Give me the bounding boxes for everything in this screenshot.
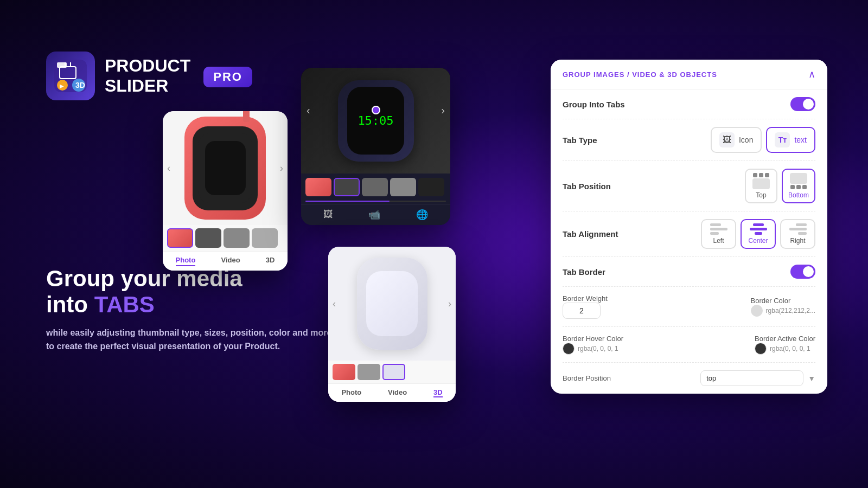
product-card-1: ‹ › Photo Video 3D: [163, 111, 288, 271]
group-into-tabs-toggle[interactable]: [790, 97, 815, 111]
align-center-icon: [750, 223, 767, 235]
border-color-preview[interactable]: rgba(212,212,2...: [751, 305, 815, 317]
tab-position-top-btn[interactable]: Top: [745, 169, 777, 203]
card2-icon-photo[interactable]: 🖼: [323, 209, 333, 221]
panel-header: GROUP IMAGES / VIDEO & 3D OBJECTS ∧: [551, 60, 827, 89]
tab-type-icon-img: 🖼: [719, 132, 735, 147]
border-hover-value: rgba(0, 0, 0, 1: [578, 345, 618, 352]
thumb-2[interactable]: [195, 228, 221, 248]
card2-thumbs: [301, 174, 450, 201]
hero-description: while easily adjusting thumbnail type, s…: [46, 326, 339, 354]
tab-align-center-btn[interactable]: Center: [741, 219, 776, 249]
svg-text:▶: ▶: [60, 83, 64, 89]
card1-thumbs: [163, 225, 288, 251]
card1-nav-left[interactable]: ‹: [167, 163, 170, 174]
tab-type-row: Tab Type 🖼 Icon Tт text: [563, 119, 815, 161]
tab-type-buttons: 🖼 Icon Tт text: [711, 127, 815, 153]
tab-video-3[interactable]: Video: [388, 388, 407, 397]
tab-border-row: Tab Border: [563, 257, 815, 287]
bottom-dots-icon: [790, 173, 807, 189]
tab-video-1[interactable]: Video: [221, 256, 240, 266]
tab-align-center-label: Center: [748, 237, 768, 245]
card1-nav-right[interactable]: ›: [280, 163, 283, 174]
card3-nav-left[interactable]: ‹: [333, 298, 336, 310]
border-hover-preview[interactable]: rgba(0, 0, 0, 1: [563, 343, 623, 355]
c3-thumb-2[interactable]: [358, 364, 380, 380]
tab-3d-3[interactable]: 3D: [433, 388, 443, 397]
c2-thumb-4[interactable]: [390, 178, 416, 196]
align-right-icon: [789, 223, 807, 235]
border-weight-input[interactable]: [563, 303, 601, 319]
hero-heading: Group your media into TABS: [46, 266, 339, 318]
card2-video: 15:05 ‹ ›: [301, 68, 450, 174]
border-color-group: Border Color rgba(212,212,2...: [751, 297, 815, 317]
border-active-value: rgba(0, 0, 0, 1: [770, 345, 810, 352]
border-active-label: Border Active Color: [755, 335, 815, 343]
c3-thumb-1[interactable]: [333, 364, 355, 380]
group-into-tabs-label: Group Into Tabs: [563, 100, 625, 109]
card3-tabs: Photo Video 3D: [328, 383, 456, 402]
border-position-input[interactable]: [700, 370, 803, 386]
app-logo-icon: 3D ▶: [46, 52, 95, 100]
tab-type-icon-label: Icon: [739, 136, 753, 144]
svg-text:3D: 3D: [75, 81, 85, 89]
border-hover-label: Border Hover Color: [563, 335, 623, 343]
tab-type-icon-btn[interactable]: 🖼 Icon: [711, 127, 762, 153]
c3-thumb-3[interactable]: [382, 364, 405, 380]
tab-position-top-label: Top: [756, 191, 766, 199]
thumb-3[interactable]: [224, 228, 250, 248]
tab-align-left-label: Left: [713, 237, 724, 245]
thumb-4[interactable]: [252, 228, 278, 248]
card3-nav-right[interactable]: ›: [448, 298, 451, 310]
tab-align-right-btn[interactable]: Right: [780, 219, 815, 249]
border-position-row: Border Position ▼: [563, 363, 815, 394]
tab-type-text-img: Tт: [775, 132, 790, 147]
card2-nav-right[interactable]: ›: [441, 104, 445, 117]
tab-position-buttons: Top Bottom: [745, 169, 815, 203]
c2-thumb-3[interactable]: [362, 178, 388, 196]
tab-type-text-btn[interactable]: Tт text: [766, 127, 815, 153]
card2-icon-video[interactable]: 📹: [368, 209, 380, 221]
panel-collapse-button[interactable]: ∧: [808, 68, 815, 80]
border-color-label: Border Color: [751, 297, 815, 305]
border-active-preview[interactable]: rgba(0, 0, 0, 1: [755, 343, 815, 355]
border-active-group: Border Active Color rgba(0, 0, 0, 1: [755, 335, 815, 355]
tab-align-right-label: Right: [790, 237, 805, 245]
border-color-dot: [751, 305, 763, 317]
tab-type-label: Tab Type: [563, 136, 597, 145]
tab-3d-1[interactable]: 3D: [266, 256, 275, 266]
tab-photo-3[interactable]: Photo: [341, 388, 361, 397]
app-name: PRODUCT SLIDER: [105, 56, 190, 96]
product-card-3: ‹ › Photo Video 3D: [328, 247, 456, 402]
c2-thumb-1[interactable]: [305, 178, 331, 196]
tab-position-bottom-btn[interactable]: Bottom: [782, 169, 815, 203]
tab-border-label: Tab Border: [563, 267, 605, 277]
svg-rect-4: [57, 62, 67, 68]
tab-position-bottom-label: Bottom: [788, 191, 809, 199]
c2-thumb-5[interactable]: [418, 178, 444, 196]
border-active-dot: [755, 343, 767, 355]
header: 3D ▶ PRODUCT SLIDER PRO: [46, 52, 252, 100]
hero-text: Group your media into TABS while easily …: [46, 266, 339, 354]
tab-alignment-label: Tab Alignment: [563, 229, 618, 239]
tab-border-toggle[interactable]: [790, 265, 815, 279]
tab-alignment-row: Tab Alignment Left Cente: [563, 211, 815, 257]
border-color-value: rgba(212,212,2...: [766, 307, 815, 314]
logo-text: PRODUCT SLIDER PRO: [105, 56, 252, 96]
border-position-label: Border Position: [563, 374, 611, 382]
watch-white-image: [357, 258, 427, 350]
card2-nav-left[interactable]: ‹: [307, 104, 310, 117]
tab-position-label: Tab Position: [563, 182, 611, 191]
tab-align-left-btn[interactable]: Left: [701, 219, 736, 249]
dot-indicator: [372, 106, 380, 114]
product-card-2: 15:05 ‹ › 🖼 📹 🌐: [301, 68, 450, 225]
tab-photo-1[interactable]: Photo: [176, 256, 196, 266]
tab-type-text-label: text: [794, 136, 807, 144]
pro-badge: PRO: [203, 67, 252, 87]
border-hover-active-row: Border Hover Color rgba(0, 0, 0, 1 Borde…: [563, 327, 815, 363]
border-position-chevron[interactable]: ▼: [808, 374, 815, 383]
c2-thumb-2[interactable]: [334, 178, 360, 196]
thumb-1[interactable]: [167, 228, 193, 248]
border-weight-group: Border Weight: [563, 294, 608, 319]
card2-icon-3d[interactable]: 🌐: [416, 209, 428, 221]
